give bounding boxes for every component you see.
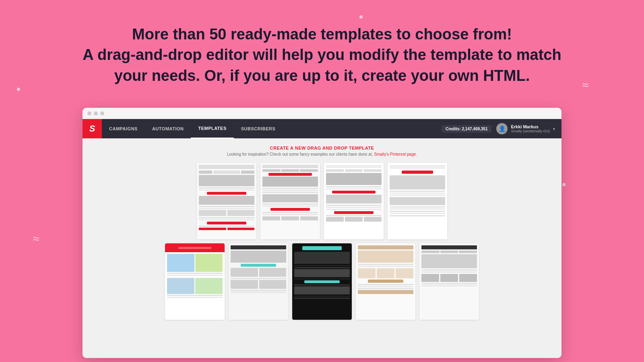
nav-item-automation[interactable]: AUTOMATION — [145, 119, 191, 138]
user-email: Smaily (sendsmaily OU) — [511, 129, 550, 133]
decorative-dot-left — [17, 88, 20, 91]
credits-value: 2,147,469,351 — [462, 127, 488, 131]
template-preview-2 — [260, 163, 320, 239]
browser-dot-3 — [100, 111, 104, 115]
avatar: 👤 — [496, 123, 508, 134]
hero-section: More than 50 ready-made templates to cho… — [0, 24, 644, 86]
page-subtitle: Looking for inspiration? Check out some … — [89, 152, 555, 156]
template-grid-row2 — [89, 243, 555, 320]
user-name: Erkki Markus — [511, 124, 550, 129]
template-preview-3 — [324, 163, 384, 239]
nav-item-campaigns[interactable]: CAMPAIGNS — [102, 119, 145, 138]
nav-right: Credits: 2,147,469,351 👤 Erkki Markus Sm… — [442, 123, 561, 134]
template-grid-row1 — [89, 163, 555, 239]
nav-item-subscribers[interactable]: SUBSCRIBERS — [234, 119, 283, 138]
browser-window: S CAMPAIGNS AUTOMATION TEMPLATES SUBSCRI… — [83, 108, 561, 358]
template-card-5[interactable] — [165, 243, 225, 320]
template-card-1[interactable] — [197, 163, 256, 239]
template-preview-5 — [165, 243, 225, 320]
template-card-9[interactable] — [419, 243, 479, 320]
nav-logo: S — [83, 119, 102, 138]
squiggle-left-icon: ≈ — [33, 232, 38, 245]
template-preview-1 — [197, 163, 256, 239]
user-section[interactable]: 👤 Erkki Markus Smaily (sendsmaily OU) ▾ — [496, 123, 555, 134]
decorative-dot-top — [359, 15, 363, 19]
template-preview-8 — [356, 243, 415, 320]
credits-badge: Credits: 2,147,469,351 — [442, 125, 492, 133]
template-preview-9 — [419, 243, 479, 320]
page-header: CREATE A NEW DRAG AND DROP TEMPLATE Look… — [89, 146, 555, 156]
page-title: CREATE A NEW DRAG AND DROP TEMPLATE — [89, 146, 555, 150]
template-preview-6 — [229, 243, 288, 320]
browser-dot-1 — [87, 111, 91, 115]
template-card-2[interactable] — [260, 163, 320, 239]
template-card-3[interactable] — [324, 163, 384, 239]
hero-heading: More than 50 ready-made templates to cho… — [32, 24, 612, 86]
template-card-6[interactable] — [229, 243, 288, 320]
nav-bar: S CAMPAIGNS AUTOMATION TEMPLATES SUBSCRI… — [83, 119, 561, 138]
template-preview-4 — [388, 163, 447, 239]
credits-label: Credits: — [446, 127, 461, 131]
nav-items: CAMPAIGNS AUTOMATION TEMPLATES SUBSCRIBE… — [102, 119, 442, 138]
pinterest-link[interactable]: Smaily's Pinterest page. — [374, 152, 417, 156]
template-preview-7 — [292, 243, 352, 320]
content-area: CREATE A NEW DRAG AND DROP TEMPLATE Look… — [83, 138, 561, 358]
template-card-8[interactable] — [356, 243, 415, 320]
decorative-dot-right — [562, 183, 566, 186]
nav-item-templates[interactable]: TEMPLATES — [191, 119, 233, 138]
user-dropdown-arrow[interactable]: ▾ — [553, 127, 555, 131]
browser-dot-2 — [94, 111, 98, 115]
browser-chrome — [83, 108, 561, 119]
template-card-7[interactable] — [292, 243, 352, 320]
user-info: Erkki Markus Smaily (sendsmaily OU) — [511, 124, 550, 133]
template-card-4[interactable] — [388, 163, 447, 239]
